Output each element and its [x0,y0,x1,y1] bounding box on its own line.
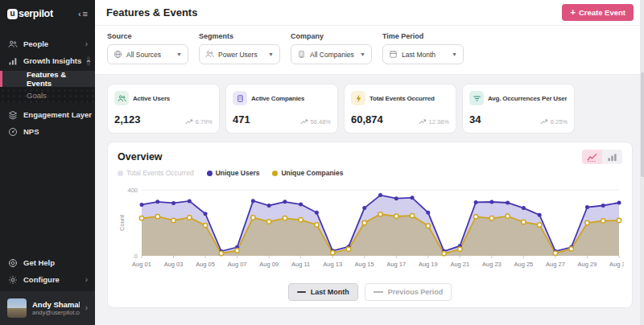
gauge-icon [7,126,18,137]
legend-dot [118,171,123,176]
filter-label: Source [107,32,188,40]
overview-title: Overview [118,151,163,162]
last-month-button[interactable]: Last Month [288,283,358,301]
stat-title: Active Companies [251,95,304,102]
userpilot-logo[interactable]: userpilot [7,8,53,19]
users-icon [114,91,129,105]
filter-segments: Segments Power Users ▼ [199,32,280,64]
segments-select[interactable]: Power Users ▼ [199,44,280,64]
overview-card: Overview Total Events Occurred [107,142,633,308]
sidebar-item-nps[interactable]: NPS [0,123,95,140]
time-period-select[interactable]: Last Month ▼ [382,44,464,64]
stat-card-active-companies: Active Companies 471 56.48% [225,84,338,134]
sidebar-item-label: NPS [23,127,88,136]
filter-value: Power Users [218,51,264,59]
stat-card-avg-occurrences: Avg. Occurrences Per User 34 6.25% [462,84,575,134]
source-select[interactable]: All Sources ▼ [107,44,188,64]
svg-text:Count: Count [118,214,126,231]
dashed-line-icon [374,291,383,293]
company-select[interactable]: All Companies ▼ [291,44,372,64]
sidebar-item-label: People [23,39,80,48]
sidebar-footer: Get Help Configure › [0,254,95,291]
svg-text:Aug 21: Aug 21 [450,261,469,268]
user-profile[interactable]: Andy Shamah andy@userpilot.co › [0,291,95,325]
chevron-down-icon: ▼ [176,51,182,57]
svg-text:Aug 17: Aug 17 [386,261,406,268]
stat-trend: 12.36% [419,118,449,125]
filter-company: Company All Companies ▼ [291,32,372,64]
bar-chart-toggle-button[interactable] [602,150,622,164]
users-icon [205,50,214,59]
scrollbar-thumb[interactable] [641,72,644,177]
logo-u-badge: u [7,9,18,19]
main-content: Features & Events + Create Event Source … [95,0,644,325]
page-header: Features & Events + Create Event [95,0,644,26]
sidebar-item-engagement-layer[interactable]: Engagement Layer › [0,106,95,123]
sidebar-item-get-help[interactable]: Get Help [0,254,95,271]
plus-icon: + [570,8,575,17]
building-icon [297,50,306,59]
chevron-down-icon: ▼ [268,51,274,57]
user-avatar [7,298,27,318]
legend-label: Total Events Occurred [126,169,194,177]
scrollbar[interactable] [640,0,644,325]
trending-up-icon [185,118,193,125]
user-name: Andy Shamah [32,300,80,309]
stat-value: 60,874 [351,113,383,125]
sidebar-item-label: Get Help [23,258,88,267]
growth-insights-submenu: Features & Events Goals [0,71,95,103]
sidebar-collapse-button[interactable]: ‹≡ [78,9,88,19]
sidebar-item-label: Goals [27,91,47,100]
sidebar-item-goals[interactable]: Goals [0,87,95,103]
trending-up-icon [300,118,308,125]
help-lifebuoy-icon [7,257,18,268]
sidebar-item-configure[interactable]: Configure › [0,271,95,288]
trending-up-icon [419,118,427,125]
previous-period-label: Previous Period [388,288,444,296]
legend-unique-companies[interactable]: Unique Companies [272,169,343,177]
trending-up-icon [540,118,548,125]
svg-text:Aug 15: Aug 15 [355,261,374,268]
chevron-right-icon: › [85,276,88,284]
sidebar-item-label: Configure [23,275,80,284]
legend-total-events[interactable]: Total Events Occurred [118,169,194,177]
create-event-button[interactable]: + Create Event [562,4,634,21]
sidebar-item-features-events[interactable]: Features & Events [0,71,95,87]
svg-text:Aug 11: Aug 11 [291,261,310,268]
chart-legend: Total Events Occurred Unique Users Uniqu… [118,169,622,177]
sidebar-item-growth-insights[interactable]: Growth Insights › [0,52,95,69]
people-icon [7,39,18,49]
svg-text:Aug 25: Aug 25 [514,261,534,268]
stat-trend: 6.25% [540,118,568,125]
building-icon [233,91,247,105]
overview-chart: 4000CountAug 01Aug 03Aug 05Aug 07Aug 09A… [118,180,624,277]
filter-label: Time Period [382,32,464,40]
previous-period-button[interactable]: Previous Period [365,283,452,301]
sidebar-item-people[interactable]: People › [0,35,95,52]
svg-text:Aug 13: Aug 13 [323,261,342,268]
sidebar-item-label: Growth Insights [23,56,81,65]
filter-bar: Source All Sources ▼ Segments Power User… [95,26,644,75]
filter-value: All Sources [126,51,172,59]
stat-card-active-users: Active Users 2,123 6.79% [107,84,220,134]
stat-value: 2,123 [114,113,141,125]
filter-time-period: Time Period Last Month ▼ [382,32,464,64]
trend-percent: 6.79% [196,118,213,125]
stat-title: Total Events Occurred [369,95,435,102]
svg-text:Aug 27: Aug 27 [546,261,565,268]
trend-percent: 56.48% [311,118,331,125]
trend-percent: 12.36% [429,118,449,125]
svg-text:Aug 01: Aug 01 [132,261,151,268]
chevron-up-icon: › [87,56,89,66]
chevron-down-icon: ▼ [360,51,365,57]
svg-text:400: 400 [127,187,138,194]
chart-type-toggle [582,150,622,164]
chevron-left-icon: ‹ [78,9,81,19]
legend-unique-users[interactable]: Unique Users [207,169,260,177]
chevron-down-icon: ▼ [452,51,457,57]
svg-text:Aug 31: Aug 31 [609,261,624,268]
logo-text: serpilot [19,8,53,19]
line-chart-toggle-button[interactable] [582,150,602,164]
sidebar-item-label: Engagement Layer [23,110,92,119]
sidebar-item-label: Features & Events [27,70,88,88]
